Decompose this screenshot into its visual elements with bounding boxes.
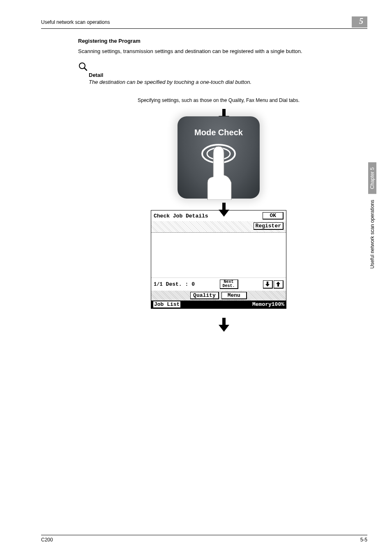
chapter-badge: 5 bbox=[352, 16, 367, 28]
svg-rect-8 bbox=[267, 282, 268, 284]
scroll-down-button[interactable] bbox=[263, 280, 273, 289]
svg-marker-13 bbox=[219, 325, 229, 332]
finger-press-icon bbox=[196, 142, 241, 201]
mode-check-label: Mode Check bbox=[178, 116, 260, 137]
lcd-screen: Check Job Details OK Register 1/1 Dest. … bbox=[151, 210, 286, 309]
svg-line-1 bbox=[84, 68, 87, 70]
section-body: Scanning settings, transmission settings… bbox=[78, 48, 359, 54]
page-footer: C200 5-5 bbox=[41, 535, 367, 543]
side-chapter-label: Chapter 5 bbox=[368, 162, 376, 194]
next-dest-line2: Dest. bbox=[223, 284, 235, 288]
side-tab: Chapter 5 Useful network scan operations bbox=[368, 162, 376, 268]
svg-marker-7 bbox=[219, 210, 229, 217]
memory-indicator: Memory100% bbox=[252, 301, 284, 308]
menu-tab[interactable]: Menu bbox=[221, 292, 247, 299]
job-list-button[interactable]: Job List bbox=[153, 301, 181, 308]
footer-page-number: 5-5 bbox=[360, 537, 367, 543]
svg-rect-12 bbox=[222, 318, 226, 325]
ok-button[interactable]: OK bbox=[263, 212, 284, 220]
side-section-label: Useful network scan operations bbox=[369, 200, 375, 268]
flow-caption: Specifying settings, such as those on th… bbox=[78, 97, 359, 103]
magnifier-icon bbox=[78, 62, 88, 73]
register-button[interactable]: Register bbox=[254, 222, 284, 230]
svg-marker-9 bbox=[265, 284, 270, 287]
detail-block: Detail The destination can be specified … bbox=[78, 62, 359, 85]
svg-rect-2 bbox=[222, 109, 226, 116]
dest-label: Dest. : bbox=[166, 281, 189, 287]
detail-label: Detail bbox=[89, 72, 359, 78]
detail-text: The destination can be specified by touc… bbox=[89, 79, 359, 85]
lcd-content-area bbox=[151, 233, 286, 278]
svg-marker-10 bbox=[276, 282, 280, 284]
dest-value: 0 bbox=[191, 281, 195, 287]
page-header: Useful network scan operations 5 bbox=[41, 16, 367, 29]
footer-model: C200 bbox=[41, 537, 53, 543]
tab-blank bbox=[154, 292, 188, 299]
tab-blank bbox=[249, 292, 284, 299]
lcd-title: Check Job Details bbox=[154, 213, 208, 219]
mode-check-button[interactable]: Mode Check bbox=[178, 116, 260, 199]
next-dest-button[interactable]: Next Dest. bbox=[220, 280, 238, 289]
svg-rect-11 bbox=[277, 284, 279, 287]
section-heading: Registering the Program bbox=[78, 38, 359, 44]
dest-page-fraction: 1/1 bbox=[154, 282, 163, 287]
scroll-up-button[interactable] bbox=[274, 280, 284, 289]
svg-rect-6 bbox=[222, 203, 226, 210]
quality-tab[interactable]: Quality bbox=[190, 292, 219, 299]
header-section-title: Useful network scan operations bbox=[41, 19, 110, 25]
